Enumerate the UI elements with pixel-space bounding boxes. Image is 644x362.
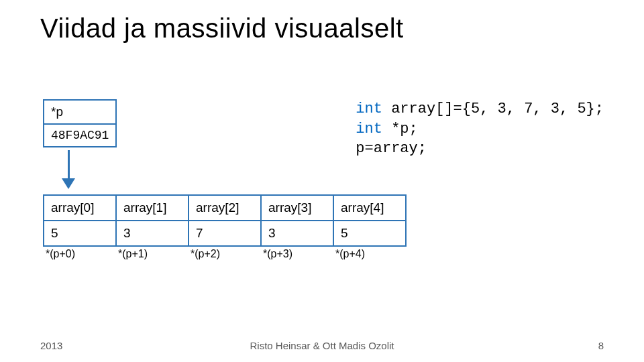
array-index-cell: array[3] bbox=[261, 195, 333, 221]
pointer-value-cell: 48F9AC91 bbox=[44, 125, 115, 146]
code-text: p=array; bbox=[356, 140, 427, 157]
array-value-cell: 5 bbox=[333, 221, 406, 246]
table-row: array[0] array[1] array[2] array[3] arra… bbox=[44, 195, 406, 221]
array-value-cell: 7 bbox=[189, 221, 261, 246]
pointer-variable-box: *p 48F9AC91 bbox=[43, 99, 117, 147]
array-index-cell: array[0] bbox=[44, 195, 116, 221]
code-text: *p; bbox=[382, 121, 418, 137]
pointer-arithmetic-labels: *(p+0)*(p+1)*(p+2)*(p+3)*(p+4) bbox=[43, 248, 405, 260]
pointer-deref-label: *(p+4) bbox=[333, 248, 405, 260]
slide: Viidad ja massiivid visuaalselt *p 48F9A… bbox=[0, 0, 644, 362]
slide-title: Viidad ja massiivid visuaalselt bbox=[40, 13, 404, 44]
code-keyword: int bbox=[356, 101, 382, 117]
arrow-icon bbox=[60, 150, 76, 192]
pointer-name-cell: *p bbox=[44, 101, 115, 125]
footer-page-number: 8 bbox=[598, 340, 604, 351]
array-table: array[0] array[1] array[2] array[3] arra… bbox=[43, 194, 407, 247]
pointer-deref-label: *(p+1) bbox=[115, 248, 188, 260]
code-keyword: int bbox=[356, 121, 382, 137]
array-value-cell: 3 bbox=[116, 221, 189, 246]
array-value-cell: 5 bbox=[44, 221, 116, 246]
table-row: 5 3 7 3 5 bbox=[44, 221, 406, 246]
array-index-cell: array[4] bbox=[333, 195, 406, 221]
array-index-cell: array[1] bbox=[116, 195, 189, 221]
code-text: array[]={5, 3, 7, 3, 5}; bbox=[382, 101, 604, 117]
pointer-deref-label: *(p+2) bbox=[188, 248, 260, 260]
pointer-deref-label: *(p+0) bbox=[43, 248, 115, 260]
pointer-deref-label: *(p+3) bbox=[260, 248, 333, 260]
footer-authors: Risto Heinsar & Ott Madis Ozolit bbox=[0, 340, 644, 351]
array-value-cell: 3 bbox=[261, 221, 333, 246]
code-block: int array[]={5, 3, 7, 3, 5}; int *p; p=a… bbox=[356, 99, 604, 159]
array-index-cell: array[2] bbox=[189, 195, 261, 221]
